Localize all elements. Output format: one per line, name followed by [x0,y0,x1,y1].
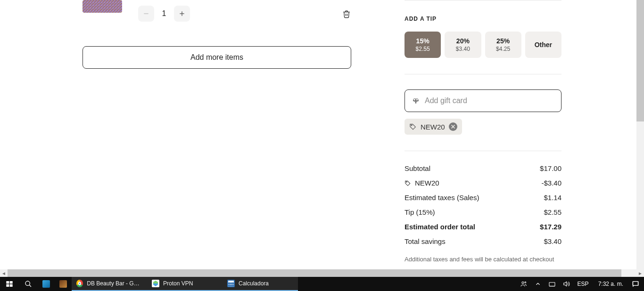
tip-amount: $3.40 [456,46,470,52]
summary-label: Tip (15%) [405,208,435,216]
divider [405,151,561,151]
svg-rect-7 [6,281,9,283]
taskbar-pinned-app[interactable] [55,277,72,291]
tip-other-label: Other [535,41,552,48]
taskbar-app-label: Calculadora [239,280,269,287]
tip-percent: 15% [416,37,429,45]
svg-rect-9 [6,284,9,287]
cart-item-row: 1 [83,0,351,22]
quantity-stepper: 1 [138,6,190,22]
summary-label: Estimated taxes (Sales) [405,194,479,202]
taskbar-app-chrome[interactable]: DB Beauty Bar - Goog… [72,277,147,291]
summary-label: Estimated order total [405,223,475,231]
summary-row-promo: NEW20 -$3.40 [405,179,561,187]
summary-value: $2.55 [544,208,561,216]
svg-point-13 [522,282,524,283]
divider [405,0,561,0]
svg-point-3 [411,125,412,126]
summary-value: $1.14 [544,194,561,202]
remove-promo-button[interactable] [449,122,457,131]
svg-marker-17 [563,282,566,286]
summary-label: Subtotal [405,164,430,172]
promo-code-label: NEW20 [421,123,445,131]
increase-qty-button[interactable] [174,6,190,22]
svg-rect-10 [10,284,13,287]
people-tray-icon[interactable] [519,280,528,288]
scroll-right-arrow-icon[interactable]: ► [636,269,644,277]
calculator-icon [227,280,235,287]
scroll-left-arrow-icon[interactable]: ◄ [0,269,8,277]
browser-horizontal-scrollbar[interactable]: ◄ ► [0,269,644,277]
taskbar-app-calculator[interactable]: Calculadora [223,277,298,291]
remove-item-button[interactable] [342,9,351,19]
tip-option-25[interactable]: 25% $4.25 [485,32,521,58]
scrollbar-thumb[interactable] [8,269,621,277]
summary-disclaimer: Additional taxes and fees will be calcul… [405,256,561,263]
tip-option-15[interactable]: 15% $2.55 [405,32,441,58]
taskbar-app-label: Proton VPN [163,280,193,287]
tag-icon [405,180,411,186]
gift-icon [412,97,420,105]
volume-tray-icon[interactable] [561,280,571,288]
language-indicator[interactable]: ESP [576,281,591,287]
svg-point-6 [406,181,407,182]
taskbar-clock[interactable]: 7:32 a. m. [595,281,626,287]
summary-value: -$3.40 [541,179,561,187]
taskbar-pinned-app[interactable] [38,277,55,291]
tip-percent: 20% [456,37,470,45]
browser-vertical-scrollbar[interactable] [636,0,644,269]
summary-row-tip: Tip (15%) $2.55 [405,208,561,216]
taskbar-app-protonvpn[interactable]: Proton VPN [147,277,223,291]
tray-chevron-up-icon[interactable] [533,281,543,287]
quantity-value: 1 [158,9,170,18]
scrollbar-thumb[interactable] [636,0,644,121]
tag-icon [409,123,417,130]
taskbar-app-label: DB Beauty Bar - Goog… [87,280,142,287]
summary-label: NEW20 [415,179,439,187]
summary-value: $3.40 [544,237,561,245]
gift-card-input[interactable] [425,97,554,105]
svg-rect-8 [10,281,13,283]
promo-chip: NEW20 [405,119,462,135]
tip-options-row: 15% $2.55 20% $3.40 25% $4.25 Other [405,32,561,58]
summary-row-tax: Estimated taxes (Sales) $1.14 [405,194,561,202]
decrease-qty-button[interactable] [138,6,154,22]
tip-percent: 25% [496,37,510,45]
gift-card-input-wrap[interactable] [405,89,561,112]
svg-point-11 [25,281,30,285]
tip-option-20[interactable]: 20% $3.40 [445,32,481,58]
chrome-icon [76,280,83,287]
svg-line-12 [29,285,31,287]
divider [405,74,561,74]
tip-amount: $4.25 [496,46,510,52]
input-indicator-icon[interactable] [547,280,557,288]
summary-label: Total savings [405,237,446,245]
add-tip-heading: ADD A TIP [405,16,561,22]
svg-rect-18 [633,282,638,286]
action-center-icon[interactable] [631,280,640,288]
summary-row-subtotal: Subtotal $17.00 [405,164,561,172]
summary-value: $17.29 [540,223,561,231]
add-more-items-button[interactable]: Add more items [83,46,351,69]
summary-row-savings: Total savings $3.40 [405,237,561,245]
vpn-icon [152,280,159,287]
summary-value: $17.00 [540,164,561,172]
cart-item-thumbnail [83,0,122,13]
start-button[interactable] [0,277,19,291]
tip-amount: $2.55 [416,46,430,52]
order-summary: Subtotal $17.00 NEW20 -$3.40 Estimated t… [405,164,561,245]
svg-rect-15 [549,283,555,286]
svg-point-14 [525,282,526,283]
search-button[interactable] [19,277,38,291]
tip-option-other[interactable]: Other [525,32,561,58]
windows-taskbar: DB Beauty Bar - Goog… Proton VPN Calcula… [0,277,644,291]
summary-row-total: Estimated order total $17.29 [405,223,561,231]
